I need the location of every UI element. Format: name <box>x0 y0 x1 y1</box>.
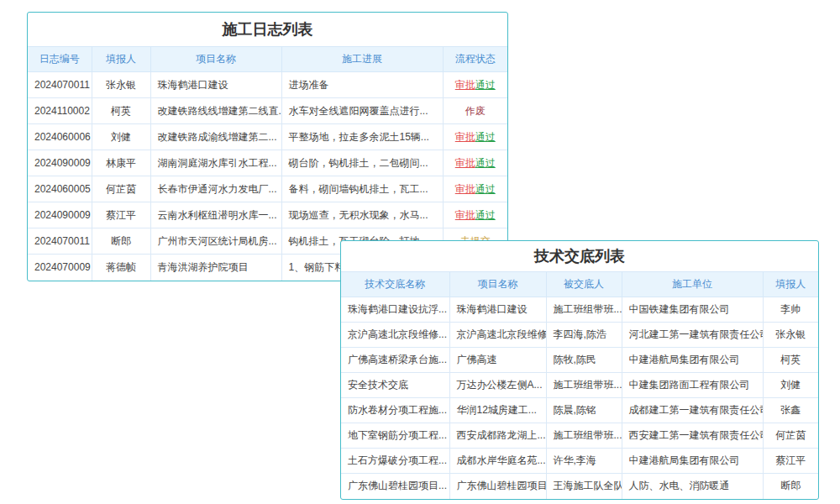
disclosure-table-header-row: 技术交底名称 项目名称 被交底人 施工单位 填报人 <box>341 272 818 297</box>
disclosure-name-link[interactable]: 珠海鹤港口建设抗浮... <box>341 297 449 323</box>
disclosure-project-name-link[interactable]: 成都水岸华庭名苑... <box>449 449 546 474</box>
disclosure-reporter-link[interactable]: 张永银 <box>763 323 818 348</box>
disclosure-name-link[interactable]: 防水卷材分项工程施... <box>341 398 449 423</box>
disclosure-project-name-link[interactable]: 广东佛山碧桂园项目 <box>449 474 546 499</box>
disclosure-project-name-link[interactable]: 广佛高速 <box>449 348 546 373</box>
log-table-row: 2024070011张永银珠海鹤港口建设进场准备审批通过 <box>28 72 507 98</box>
disclosure-table-body: 珠海鹤港口建设抗浮...珠海鹤港口建设施工班组带班...中国铁建集团有限公司李帅… <box>341 297 818 499</box>
log-id-link[interactable]: 2024070011 <box>28 228 92 255</box>
disclosure-recipient-text: 施工班组带班... <box>546 297 622 323</box>
disclosure-table-row: 广东佛山碧桂园项目...广东佛山碧桂园项目王海施工队全队人防、水电、消防暖通断郎 <box>341 474 818 499</box>
disclosure-project-name-link[interactable]: 京沪高速北京段维修 <box>449 323 546 348</box>
log-progress-text: 现场巡查，无积水现象，水马... <box>281 202 443 228</box>
log-table-row: 2024090009林康平湖南洞庭湖水库引水工程...砌台阶，钩机排土，二包砌间… <box>28 150 507 176</box>
disclosure-project-name-link[interactable]: 珠海鹤港口建设 <box>449 297 546 323</box>
disclosure-reporter-link[interactable]: 何芷茵 <box>763 423 818 449</box>
desktop: { "colors": { "panel_border": "#45bcc9",… <box>0 0 840 504</box>
log-id-link[interactable]: 2024060005 <box>28 176 92 202</box>
log-project-name-link[interactable]: 改建铁路成渝线增建第二... <box>150 124 281 150</box>
disclosure-reporter-link[interactable]: 张鑫 <box>763 398 818 423</box>
log-progress-text: 水车对全线遮阳网覆盖点进行... <box>281 98 443 124</box>
disclosure-unit-text: 中建集团路面工程有限公司 <box>622 373 763 398</box>
status-approved-prefix: 审批 <box>455 183 475 195</box>
log-table-row: 2024090009蔡江平云南水利枢纽潜明水库一...现场巡查，无积水现象，水马… <box>28 202 507 228</box>
log-reporter-link[interactable]: 张永银 <box>92 72 150 98</box>
disclosure-project-name-link[interactable]: 万达办公楼左侧A... <box>449 373 546 398</box>
disclosure-name-link[interactable]: 京沪高速北京段维修... <box>341 323 449 348</box>
log-progress-text: 砌台阶，钩机排土，二包砌间... <box>281 150 443 176</box>
disclosure-name-link[interactable]: 广东佛山碧桂园项目... <box>341 474 449 499</box>
technical-disclosure-panel: 技术交底列表 技术交底名称 项目名称 被交底人 施工单位 填报人 珠海鹤港口建设… <box>340 240 819 500</box>
log-project-name-link[interactable]: 广州市天河区统计局机房... <box>150 228 281 255</box>
disclosure-name-link[interactable]: 安全技术交底 <box>341 373 449 398</box>
log-id-link[interactable]: 2024090009 <box>28 202 92 228</box>
disclosure-col-header-recipient: 被交底人 <box>546 272 622 297</box>
disclosure-col-header-reporter: 填报人 <box>763 272 818 297</box>
status-approved-suffix: 通过 <box>475 157 496 169</box>
disclosure-recipient-text: 许华,李海 <box>546 449 622 474</box>
disclosure-table-row: 土石方爆破分项工程...成都水岸华庭名苑...许华,李海中建港航局集团有限公司蔡… <box>341 449 818 474</box>
disclosure-col-header-project: 项目名称 <box>449 272 546 297</box>
disclosure-unit-text: 中建港航局集团有限公司 <box>622 348 763 373</box>
disclosure-name-link[interactable]: 地下室钢筋分项工程... <box>341 423 449 449</box>
status-approved-prefix: 审批 <box>455 157 475 169</box>
status-approved-prefix: 审批 <box>455 131 475 143</box>
technical-disclosure-table: 技术交底名称 项目名称 被交底人 施工单位 填报人 珠海鹤港口建设抗浮...珠海… <box>341 271 818 499</box>
log-progress-text: 平整场地，拉走多余泥土15辆... <box>281 124 443 150</box>
disclosure-name-link[interactable]: 广佛高速桥梁承台施... <box>341 348 449 373</box>
log-project-name-link[interactable]: 云南水利枢纽潜明水库一... <box>150 202 281 228</box>
log-reporter-link[interactable]: 蔡江平 <box>92 202 150 228</box>
status-approved-prefix: 审批 <box>455 79 475 91</box>
disclosure-col-header-unit: 施工单位 <box>622 272 763 297</box>
log-reporter-link[interactable]: 刘健 <box>92 124 150 150</box>
log-reporter-link[interactable]: 何芷茵 <box>92 176 150 202</box>
disclosure-reporter-link[interactable]: 蔡江平 <box>763 449 818 474</box>
log-status-cell: 作废 <box>443 98 507 124</box>
log-id-link[interactable]: 2024070011 <box>28 72 92 98</box>
disclosure-reporter-link[interactable]: 柯英 <box>763 348 818 373</box>
disclosure-project-name-link[interactable]: 华润12城房建工... <box>449 398 546 423</box>
log-project-name-link[interactable]: 湖南洞庭湖水库引水工程... <box>150 150 281 176</box>
log-id-link[interactable]: 2024070009 <box>28 255 92 281</box>
status-text: 作废 <box>465 105 486 117</box>
disclosure-table-row: 安全技术交底万达办公楼左侧A...施工班组带班...中建集团路面工程有限公司刘健 <box>341 373 818 398</box>
log-id-link[interactable]: 2024090009 <box>28 150 92 176</box>
log-reporter-link[interactable]: 断郎 <box>92 228 150 255</box>
log-status-cell: 审批通过 <box>443 124 507 150</box>
disclosure-unit-text: 人防、水电、消防暖通 <box>622 474 763 499</box>
log-project-name-link[interactable]: 青海洪湖养护院项目 <box>150 255 281 281</box>
log-progress-text: 备料，砌间墙钩机排土，瓦工... <box>281 176 443 202</box>
disclosure-table-row: 防水卷材分项工程施...华润12城房建工...陈晨,陈铭成都建工第一建筑有限责任… <box>341 398 818 423</box>
disclosure-unit-text: 西安建工第一建筑有限责任公司 <box>622 423 763 449</box>
disclosure-recipient-text: 陈牧,陈民 <box>546 348 622 373</box>
log-status-cell: 审批通过 <box>443 72 507 98</box>
disclosure-recipient-text: 李四海,陈浩 <box>546 323 622 348</box>
status-approved-prefix: 审批 <box>455 209 475 221</box>
disclosure-reporter-link[interactable]: 断郎 <box>763 474 818 499</box>
log-table-header-row: 日志编号 填报人 项目名称 施工进展 流程状态 <box>28 47 507 72</box>
log-table-row: 2024060005何芷茵长春市伊通河水力发电厂...备料，砌间墙钩机排土，瓦工… <box>28 176 507 202</box>
log-id-link[interactable]: 2024110002 <box>28 98 92 124</box>
log-project-name-link[interactable]: 长春市伊通河水力发电厂... <box>150 176 281 202</box>
log-reporter-link[interactable]: 林康平 <box>92 150 150 176</box>
log-id-link[interactable]: 2024060006 <box>28 124 92 150</box>
disclosure-unit-text: 河北建工第一建筑有限责任公司 <box>622 323 763 348</box>
log-reporter-link[interactable]: 柯英 <box>92 98 150 124</box>
disclosure-table-row: 京沪高速北京段维修...京沪高速北京段维修李四海,陈浩河北建工第一建筑有限责任公… <box>341 323 818 348</box>
status-approved-suffix: 通过 <box>475 209 496 221</box>
log-table-row: 2024110002柯英改建铁路线线增建第二线直...水车对全线遮阳网覆盖点进行… <box>28 98 507 124</box>
log-reporter-link[interactable]: 蒋德帧 <box>92 255 150 281</box>
disclosure-name-link[interactable]: 土石方爆破分项工程... <box>341 449 449 474</box>
disclosure-reporter-link[interactable]: 李帅 <box>763 297 818 323</box>
log-project-name-link[interactable]: 改建铁路线线增建第二线直... <box>150 98 281 124</box>
log-col-header-reporter: 填报人 <box>92 47 150 72</box>
log-progress-text: 进场准备 <box>281 72 443 98</box>
disclosure-unit-text: 中建港航局集团有限公司 <box>622 449 763 474</box>
log-project-name-link[interactable]: 珠海鹤港口建设 <box>150 72 281 98</box>
log-col-header-log-id: 日志编号 <box>28 47 92 72</box>
disclosure-unit-text: 中国铁建集团有限公司 <box>622 297 763 323</box>
log-table-header: 日志编号 填报人 项目名称 施工进展 流程状态 <box>28 47 507 72</box>
disclosure-table-row: 广佛高速桥梁承台施...广佛高速陈牧,陈民中建港航局集团有限公司柯英 <box>341 348 818 373</box>
disclosure-reporter-link[interactable]: 刘健 <box>763 373 818 398</box>
disclosure-project-name-link[interactable]: 西安成都路龙湖上... <box>449 423 546 449</box>
